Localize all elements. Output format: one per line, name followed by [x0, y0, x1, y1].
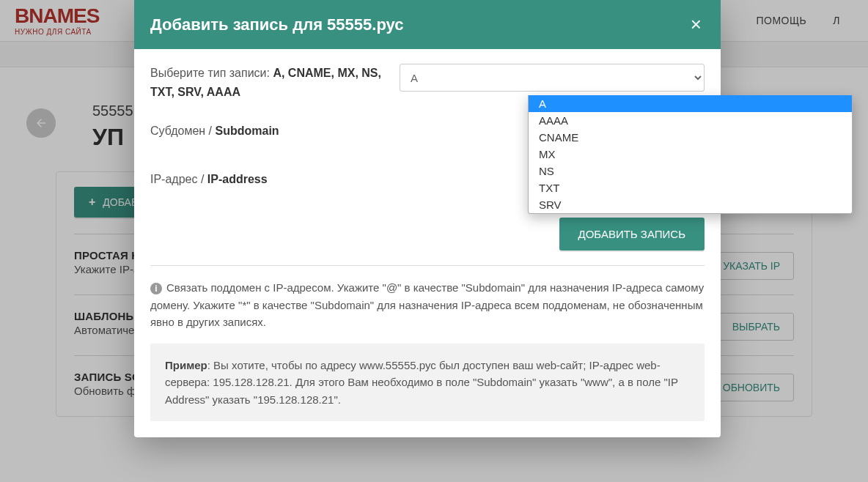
ip-label: IP-адрес / IP-address: [150, 170, 400, 189]
record-type-option[interactable]: A: [529, 95, 852, 112]
record-type-option[interactable]: AAAA: [529, 112, 852, 129]
modal-header: Добавить запись для 55555.рус ×: [134, 0, 721, 49]
example-box: Пример: Вы хотите, чтобы по адресу www.5…: [150, 344, 705, 421]
info-text: iСвязать поддомен с IP-адресом. Укажите …: [150, 279, 705, 330]
record-type-option[interactable]: SRV: [529, 196, 852, 213]
modal-title: Добавить запись для 55555.рус: [150, 15, 403, 34]
record-type-select[interactable]: A: [400, 64, 705, 92]
divider: [150, 265, 705, 266]
close-icon[interactable]: ×: [688, 13, 705, 36]
example-label: Пример: [165, 359, 207, 371]
add-record-modal: Добавить запись для 55555.рус × Выберите…: [134, 0, 721, 437]
subdomain-label: Субдомен / Subdomain: [150, 122, 400, 141]
record-type-dropdown: AAAAACNAMEMXNSTXTSRV: [528, 95, 853, 214]
record-type-option[interactable]: MX: [529, 146, 852, 163]
submit-record-button[interactable]: ДОБАВИТЬ ЗАПИСЬ: [559, 218, 705, 251]
info-icon: i: [150, 283, 162, 294]
record-type-option[interactable]: TXT: [529, 179, 852, 196]
example-text: : Вы хотите, чтобы по адресу www.55555.р…: [165, 359, 678, 406]
record-type-option[interactable]: NS: [529, 163, 852, 179]
record-type-label: Выберите тип записи: A, CNAME, MX, NS, T…: [150, 64, 400, 101]
record-type-option[interactable]: CNAME: [529, 129, 852, 146]
